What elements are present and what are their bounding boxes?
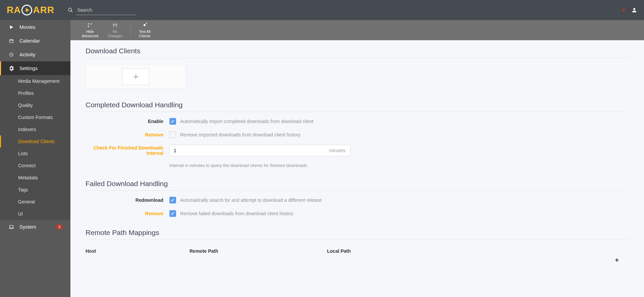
toolbar-divider [130, 24, 131, 36]
svg-rect-10 [114, 23, 116, 24]
svg-rect-8 [10, 225, 13, 228]
remove-help: Remove imported downloads from download … [180, 132, 301, 137]
donate-heart-icon[interactable]: ♥ [622, 7, 626, 13]
section-title: Completed Download Handling [86, 101, 629, 112]
svg-rect-3 [10, 39, 13, 42]
sidebar-item-system[interactable]: System 3 [0, 220, 70, 234]
toolbar-label: Clients [139, 34, 151, 38]
toolbar-label: Advanced [82, 34, 98, 38]
page-toolbar: Hide Advanced No Changes Test All Client… [70, 20, 644, 40]
enable-help: Automatically import completed downloads… [180, 119, 314, 124]
hide-advanced-button[interactable]: Hide Advanced [77, 22, 103, 38]
redownload-checkbox[interactable] [169, 197, 176, 203]
remove-label: Remove [86, 132, 169, 137]
completed-handling-section: Completed Download Handling Enable Autom… [86, 101, 629, 168]
sidebar-label: System [19, 224, 36, 230]
remove-failed-row: Remove Remove failed downloads from down… [86, 210, 629, 217]
remove-completed-row: Remove Remove imported downloads from do… [86, 131, 629, 138]
toolbar-label: Changes [108, 34, 122, 38]
sidebar-settings-submenu: Media Management Profiles Quality Custom… [0, 75, 70, 220]
local-path-header: Local Path [327, 248, 629, 254]
test-all-button[interactable]: Test All Clients [134, 22, 155, 38]
system-badge: 3 [56, 225, 62, 229]
sidebar: Movies Calendar Activity Settings Media … [0, 20, 70, 275]
calendar-icon [8, 39, 15, 43]
failed-handling-section: Failed Download Handling Redownload Auto… [86, 180, 629, 217]
section-title: Failed Download Handling [86, 180, 629, 191]
mappings-table-header: Host Remote Path Local Path [86, 246, 629, 256]
remote-path-header: Remote Path [190, 248, 327, 254]
search-input[interactable] [76, 5, 136, 15]
sidebar-label: Settings [19, 65, 38, 71]
remove-failed-checkbox[interactable] [169, 210, 176, 217]
sidebar-sub-tags[interactable]: Tags [0, 184, 70, 196]
svg-point-2 [633, 8, 635, 10]
save-button[interactable]: No Changes [103, 22, 127, 38]
toolbar-label: Test All [139, 29, 151, 34]
test-icon [142, 22, 148, 28]
svg-rect-11 [114, 25, 116, 27]
enable-row: Enable Automatically import completed do… [86, 118, 629, 125]
sidebar-sub-lists[interactable]: Lists [0, 147, 70, 160]
remote-mappings-section: Remote Path Mappings Host Remote Path Lo… [86, 229, 629, 256]
sidebar-item-activity[interactable]: Activity [0, 48, 70, 61]
section-title: Remote Path Mappings [86, 229, 629, 240]
interval-row: Check For Finished Downloads Interval mi… [86, 145, 629, 156]
app-logo[interactable]: RAARR [7, 5, 54, 15]
remove-failed-help: Remove failed downloads from download cl… [180, 211, 293, 216]
search-box [68, 5, 136, 15]
header-actions: ♥ [622, 7, 638, 13]
save-icon [112, 22, 118, 28]
main-content: Download Clients + Completed Download Ha… [70, 40, 644, 275]
search-icon [68, 7, 73, 13]
user-icon[interactable] [631, 7, 637, 13]
remove-completed-checkbox[interactable] [169, 131, 176, 138]
sidebar-sub-download-clients[interactable]: Download Clients [0, 135, 70, 147]
clock-icon [8, 52, 15, 57]
plus-icon: + [122, 68, 149, 85]
play-icon [8, 25, 15, 29]
sidebar-item-settings[interactable]: Settings [0, 61, 70, 75]
interval-hint: Interval in minutes to query the downloa… [169, 163, 629, 168]
sidebar-sub-indexers[interactable]: Indexers [0, 123, 70, 135]
svg-point-0 [68, 8, 71, 11]
advanced-toggle-icon [87, 22, 93, 28]
svg-point-12 [144, 24, 146, 26]
svg-line-1 [71, 11, 72, 12]
host-header: Host [86, 248, 190, 254]
logo-play-icon [21, 5, 32, 15]
toolbar-label: No [113, 29, 117, 34]
sidebar-label: Activity [19, 52, 36, 57]
enable-label: Enable [86, 119, 169, 124]
sidebar-sub-custom-formats[interactable]: Custom Formats [0, 111, 70, 123]
download-clients-section: Download Clients + [86, 47, 629, 89]
cogs-icon [8, 66, 15, 71]
sidebar-sub-quality[interactable]: Quality [0, 99, 70, 111]
remove-failed-label: Remove [86, 211, 169, 216]
sidebar-sub-ui[interactable]: UI [0, 208, 70, 220]
interval-label: Check For Finished Downloads Interval [86, 145, 169, 156]
redownload-row: Redownload Automatically search for and … [86, 197, 629, 203]
laptop-icon [8, 225, 15, 229]
app-header: RAARR ♥ [0, 0, 644, 20]
sidebar-item-movies[interactable]: Movies [0, 20, 70, 34]
sidebar-sub-profiles[interactable]: Profiles [0, 87, 70, 99]
section-title: Download Clients [86, 47, 629, 58]
sidebar-sub-general[interactable]: General [0, 196, 70, 208]
interval-input[interactable] [170, 145, 324, 156]
add-mapping-button[interactable]: + [615, 256, 619, 264]
sidebar-item-calendar[interactable]: Calendar [0, 34, 70, 48]
sidebar-label: Movies [19, 24, 36, 30]
sidebar-sub-metadata[interactable]: Metadata [0, 172, 70, 184]
redownload-help: Automatically search for and attempt to … [180, 197, 322, 203]
add-download-client-card[interactable]: + [86, 64, 186, 89]
sidebar-sub-media-management[interactable]: Media Management [0, 75, 70, 87]
enable-checkbox[interactable] [169, 118, 176, 125]
toolbar-label: Hide [86, 29, 94, 34]
logo-text: RAARR [7, 5, 54, 15]
interval-suffix: minutes [324, 145, 350, 156]
interval-input-group: minutes [169, 145, 351, 156]
redownload-label: Redownload [86, 197, 169, 203]
sidebar-label: Calendar [19, 38, 40, 44]
sidebar-sub-connect[interactable]: Connect [0, 160, 70, 172]
